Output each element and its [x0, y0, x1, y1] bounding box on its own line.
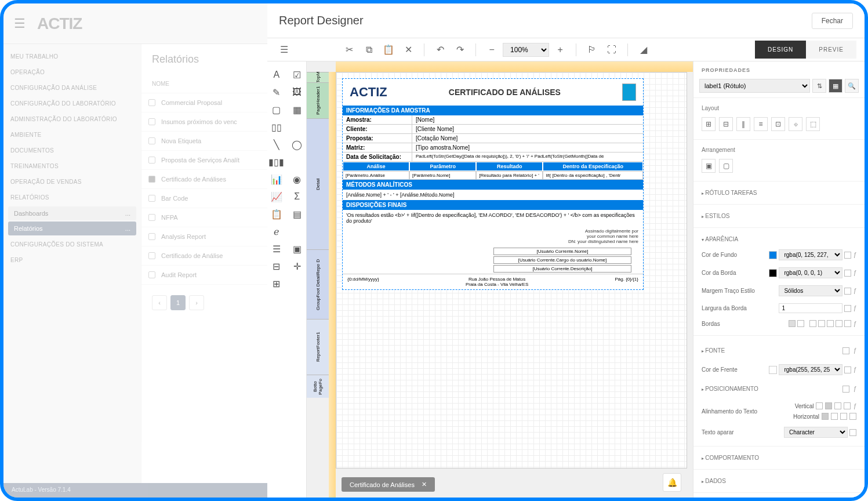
- checkbox[interactable]: [844, 252, 851, 259]
- expression-icon[interactable]: ƒ: [853, 305, 856, 311]
- undo-icon[interactable]: ↶: [431, 41, 449, 59]
- field-value[interactable]: [Nome]: [412, 115, 643, 124]
- crosstab-tool-icon[interactable]: ✛: [289, 259, 304, 274]
- cell[interactable]: [Resultado para Relatório] + ': [476, 171, 543, 180]
- color-swatch[interactable]: [769, 251, 777, 259]
- band-detail[interactable]: Detail: [307, 118, 329, 249]
- border-right-icon[interactable]: [827, 320, 834, 327]
- field-value[interactable]: [Cotação Nome]: [412, 134, 643, 143]
- valign-bottom-icon[interactable]: [834, 402, 841, 409]
- band-reportfooter[interactable]: ReportFooter1: [307, 319, 329, 375]
- band-groupfooter[interactable]: GroupFoot DetailRepo D: [307, 249, 329, 319]
- field-label[interactable]: Proposta:: [343, 134, 412, 143]
- panel-tool-icon[interactable]: ▢: [269, 102, 284, 117]
- subreport-tool-icon[interactable]: ⊞: [269, 276, 284, 291]
- fullscreen-icon[interactable]: ⛶: [603, 41, 620, 59]
- size-icon[interactable]: ≡: [754, 117, 768, 131]
- address-line[interactable]: Praia da Costa - Vila Velha/ES: [466, 282, 528, 287]
- label-tool-icon[interactable]: A: [269, 67, 284, 82]
- richtext-tool-icon[interactable]: ✎: [269, 85, 284, 100]
- group-aparencia[interactable]: APARÊNCIA: [702, 233, 856, 246]
- vspace-icon[interactable]: ⟐: [789, 117, 802, 131]
- gauge-tool-icon[interactable]: ◉: [289, 172, 304, 187]
- report-logo[interactable]: ACTIZ: [350, 85, 387, 100]
- list-item[interactable]: Commercial Proposal: [141, 93, 267, 112]
- group-comportamento[interactable]: COMPORTAMENTO: [702, 451, 856, 464]
- field-value[interactable]: [Cliente Nome]: [412, 125, 643, 133]
- copy-icon[interactable]: ⧉: [360, 41, 377, 59]
- report-badge-icon[interactable]: [622, 84, 636, 101]
- field-label[interactable]: Matriz:: [343, 143, 412, 152]
- menu-icon[interactable]: ☰: [275, 41, 293, 59]
- nav-item[interactable]: CONFIGURAÇÕES DO SISTEMA: [3, 237, 141, 252]
- report-title[interactable]: CERTIFICADO DE ANÁLISES: [449, 88, 561, 97]
- zoom-out-icon[interactable]: −: [483, 41, 500, 59]
- blank-tool-icon[interactable]: [289, 119, 304, 135]
- halign-left-icon[interactable]: [822, 413, 829, 420]
- valign-center-icon[interactable]: [825, 402, 832, 409]
- field-label[interactable]: Amostra:: [343, 115, 412, 124]
- checkbox[interactable]: [849, 429, 856, 436]
- nav-item[interactable]: AMBIENTE: [3, 127, 141, 143]
- expression-icon[interactable]: ƒ: [853, 386, 856, 392]
- scripts-icon[interactable]: 🏳: [583, 41, 601, 59]
- bg-color-select[interactable]: rgba(0, 125, 227, 1): [779, 249, 842, 260]
- nav-item[interactable]: ADMINISTRAÇÃO DO LABORATÓRIO: [3, 111, 141, 127]
- expression-icon[interactable]: ƒ: [853, 270, 856, 276]
- checkbox[interactable]: [844, 270, 851, 277]
- delete-icon[interactable]: ✕: [400, 41, 417, 59]
- charcomb-tool-icon[interactable]: ▯▯: [269, 119, 284, 135]
- group-tarefas[interactable]: RÓTULO TAREFAS: [702, 186, 856, 199]
- pivot-tool-icon[interactable]: 📋: [269, 206, 284, 222]
- redo-icon[interactable]: ↷: [451, 41, 468, 59]
- band-bottommargin[interactable]: Botto PageFo: [307, 375, 329, 398]
- checkbox[interactable]: [844, 402, 851, 409]
- design-canvas[interactable]: ACTIZ CERTIFICADO DE ANÁLISES INFORMAÇÕE…: [336, 72, 687, 469]
- method-cell[interactable]: [Análise.Nome] + ' - ' + [Análise.Método…: [343, 190, 643, 200]
- zoom-select[interactable]: 100%: [503, 43, 549, 57]
- blank2-tool-icon[interactable]: [289, 154, 304, 169]
- nav-item[interactable]: RELATÓRIOS: [3, 190, 141, 205]
- signature-name[interactable]: [Usuário Corrente.Nome]: [493, 248, 631, 255]
- border-width-input[interactable]: [779, 303, 842, 313]
- signature-tool-icon[interactable]: ℯ: [269, 224, 284, 239]
- border-color-select[interactable]: rgba(0, 0, 0, 1): [779, 267, 842, 278]
- field-value[interactable]: PadLeft(ToStr(GetDay([Data de requisição…: [412, 153, 643, 161]
- checkbox[interactable]: [842, 386, 849, 393]
- page-prev[interactable]: ‹: [152, 295, 167, 310]
- hspace-icon[interactable]: ⊡: [771, 117, 785, 131]
- barcode-tool-icon[interactable]: ▮▯▮: [269, 154, 284, 169]
- paste-icon[interactable]: 📋: [380, 41, 397, 59]
- list-item[interactable]: NFPA: [141, 208, 267, 227]
- snap-lines-icon[interactable]: ⊟: [719, 117, 733, 131]
- cut-icon[interactable]: ✂: [340, 41, 358, 59]
- pagebreak-tool-icon[interactable]: ⊟: [269, 259, 284, 274]
- date-field[interactable]: {0:dd/MM/yyyy}: [347, 277, 379, 287]
- checkbox[interactable]: [844, 305, 851, 312]
- page-field[interactable]: Pág. {0}/{1}: [615, 277, 638, 287]
- chart-tool-icon[interactable]: 📊: [269, 172, 284, 187]
- zoom-in-icon[interactable]: +: [551, 41, 569, 59]
- subnav-relatorios[interactable]: Relatórios...: [8, 222, 136, 235]
- tab-design[interactable]: DESIGN: [755, 41, 806, 59]
- nav-item[interactable]: CONFIGURAÇÃO DO LABORATÓRIO: [3, 96, 141, 111]
- element-select[interactable]: label1 (Rótulo): [699, 79, 810, 93]
- tab-preview[interactable]: PREVIE: [806, 41, 856, 59]
- search-icon[interactable]: 🔍: [845, 79, 859, 93]
- sigma-tool-icon[interactable]: Σ: [289, 189, 304, 204]
- color-swatch[interactable]: [769, 366, 777, 374]
- list-item[interactable]: Nova Etiqueta: [141, 132, 267, 151]
- list-item[interactable]: Proposta de Serviços Analít: [141, 151, 267, 170]
- image-tool-icon[interactable]: 🖼: [289, 85, 304, 100]
- halign-right-icon[interactable]: [840, 413, 847, 420]
- line-tool-icon[interactable]: ╲: [269, 137, 284, 152]
- align-icon[interactable]: ‖: [736, 117, 750, 131]
- sort-icon[interactable]: ⇅: [812, 79, 826, 93]
- theme-icon[interactable]: ◢: [635, 41, 652, 59]
- nav-item[interactable]: OPERAÇÃO DE VENDAS: [3, 174, 141, 190]
- border-bottom-icon[interactable]: [836, 320, 842, 327]
- section-header[interactable]: INFORMAÇÕES DA AMOSTRA: [343, 106, 643, 115]
- signature-block[interactable]: Assinado digitalmente por your common na…: [343, 226, 643, 246]
- send-back-icon[interactable]: ▢: [719, 159, 733, 173]
- page-next[interactable]: ›: [189, 295, 204, 310]
